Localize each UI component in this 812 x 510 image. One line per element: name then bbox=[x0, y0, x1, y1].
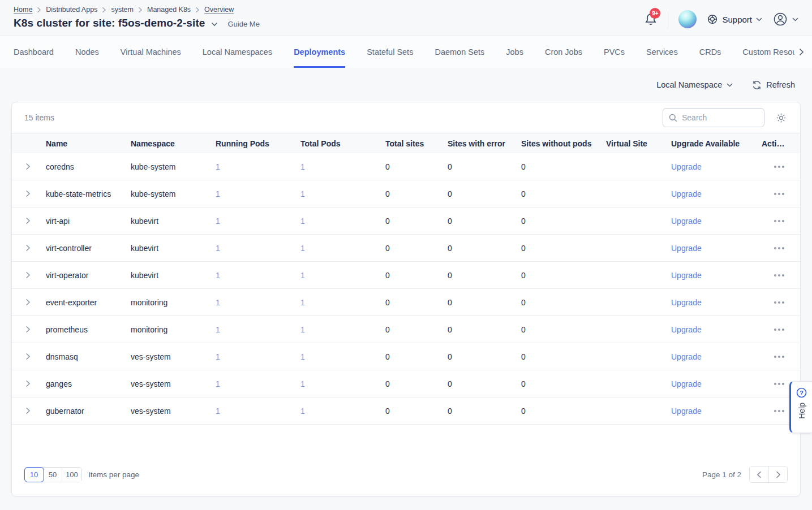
row-actions-button[interactable] bbox=[773, 379, 785, 388]
upgrade-link[interactable]: Upgrade bbox=[671, 379, 702, 388]
question-circle-icon: ? bbox=[796, 387, 807, 398]
tab-daemon-sets[interactable]: Daemon Sets bbox=[435, 36, 484, 68]
row-expander-button[interactable] bbox=[23, 161, 33, 172]
breadcrumb-item[interactable]: Managed K8s bbox=[147, 6, 191, 14]
row-expander-button[interactable] bbox=[23, 215, 33, 227]
account-menu-button[interactable] bbox=[772, 11, 798, 27]
total-pods-link[interactable]: 1 bbox=[300, 379, 305, 388]
guide-me-link[interactable]: Guide Me bbox=[228, 20, 260, 28]
upgrade-link[interactable]: Upgrade bbox=[671, 352, 702, 361]
tab-deployments[interactable]: Deployments bbox=[294, 36, 345, 68]
breadcrumb-item[interactable]: Distributed Apps bbox=[46, 6, 97, 14]
breadcrumb-item[interactable]: system bbox=[111, 6, 134, 14]
support-menu-button[interactable]: Support bbox=[707, 14, 762, 25]
namespace-dropdown[interactable]: Local Namespace bbox=[656, 80, 733, 89]
row-expander-button[interactable] bbox=[23, 188, 33, 200]
next-page-button[interactable] bbox=[768, 466, 787, 482]
upgrade-link[interactable]: Upgrade bbox=[671, 325, 702, 334]
upgrade-link[interactable]: Upgrade bbox=[671, 162, 702, 171]
running-pods-link[interactable]: 1 bbox=[216, 189, 220, 198]
breadcrumb-item[interactable]: Overview bbox=[204, 6, 234, 14]
cell-sites-without-pods: 0 bbox=[521, 162, 606, 171]
running-pods-link[interactable]: 1 bbox=[216, 325, 220, 334]
upgrade-link[interactable]: Upgrade bbox=[671, 189, 702, 198]
tab-crds[interactable]: CRDs bbox=[699, 36, 721, 68]
breadcrumb-item[interactable]: Home bbox=[14, 6, 32, 14]
row-actions-button[interactable] bbox=[773, 407, 785, 416]
total-pods-link[interactable]: 1 bbox=[300, 162, 305, 171]
total-pods-link[interactable]: 1 bbox=[300, 325, 305, 334]
row-actions-button[interactable] bbox=[773, 271, 785, 280]
row-actions-button[interactable] bbox=[773, 162, 785, 171]
table-settings-button[interactable] bbox=[775, 111, 788, 124]
cell-name: ganges bbox=[46, 379, 131, 388]
upgrade-link[interactable]: Upgrade bbox=[671, 217, 702, 226]
row-expander-button[interactable] bbox=[23, 242, 33, 254]
tab-services[interactable]: Services bbox=[646, 36, 678, 68]
page-size-50-button[interactable]: 50 bbox=[44, 468, 62, 482]
row-expander-button[interactable] bbox=[23, 405, 33, 417]
cell-sites-without-pods: 0 bbox=[521, 244, 606, 253]
tab-custom-resources[interactable]: Custom Resources bbox=[742, 36, 794, 68]
running-pods-link[interactable]: 1 bbox=[216, 379, 220, 388]
column-header: Total sites bbox=[385, 139, 448, 148]
total-pods-link[interactable]: 1 bbox=[300, 407, 305, 416]
page-size-10-button[interactable]: 10 bbox=[25, 468, 44, 482]
items-count: 15 items bbox=[24, 113, 663, 122]
row-expander-button[interactable] bbox=[23, 269, 33, 281]
total-pods-link[interactable]: 1 bbox=[300, 298, 305, 307]
header-divider bbox=[668, 11, 668, 28]
title-chevron-down-icon[interactable] bbox=[211, 22, 218, 27]
row-actions-button[interactable] bbox=[773, 352, 785, 361]
row-actions-button[interactable] bbox=[773, 217, 785, 226]
running-pods-link[interactable]: 1 bbox=[216, 271, 220, 280]
page-nav-group bbox=[749, 466, 788, 483]
row-expander-button[interactable] bbox=[23, 378, 33, 390]
cell-namespace: kubevirt bbox=[131, 244, 216, 253]
tab-cron-jobs[interactable]: Cron Jobs bbox=[545, 36, 582, 68]
row-actions-button[interactable] bbox=[773, 244, 785, 253]
upgrade-link[interactable]: Upgrade bbox=[671, 271, 702, 280]
total-pods-link[interactable]: 1 bbox=[300, 189, 305, 198]
product-logo[interactable] bbox=[678, 10, 697, 28]
running-pods-link[interactable]: 1 bbox=[216, 162, 220, 171]
prev-page-button[interactable] bbox=[750, 466, 768, 482]
running-pods-link[interactable]: 1 bbox=[216, 244, 220, 253]
row-expander-button[interactable] bbox=[23, 351, 33, 362]
tab-jobs[interactable]: Jobs bbox=[506, 36, 523, 68]
cell-sites-with-error: 0 bbox=[448, 189, 521, 198]
help-widget-button[interactable]: ? Help bbox=[789, 381, 812, 433]
tab-virtual-machines[interactable]: Virtual Machines bbox=[121, 36, 181, 68]
upgrade-link[interactable]: Upgrade bbox=[671, 298, 702, 307]
refresh-button[interactable]: Refresh bbox=[752, 80, 795, 90]
running-pods-link[interactable]: 1 bbox=[216, 352, 220, 361]
chevron-down-icon bbox=[756, 18, 762, 21]
tab-stateful-sets[interactable]: Stateful Sets bbox=[367, 36, 413, 68]
notifications-button[interactable]: 9+ bbox=[644, 12, 658, 27]
running-pods-link[interactable]: 1 bbox=[216, 407, 220, 416]
cell-total-sites: 0 bbox=[385, 217, 448, 226]
tab-local-namespaces[interactable]: Local Namespaces bbox=[203, 36, 272, 68]
cell-total-sites: 0 bbox=[385, 162, 448, 171]
cell-sites-without-pods: 0 bbox=[521, 298, 606, 307]
running-pods-link[interactable]: 1 bbox=[216, 298, 220, 307]
row-actions-button[interactable] bbox=[773, 298, 785, 307]
column-header: Upgrade Available bbox=[671, 139, 762, 148]
row-actions-button[interactable] bbox=[773, 189, 785, 198]
total-pods-link[interactable]: 1 bbox=[300, 271, 305, 280]
page-size-100-button[interactable]: 100 bbox=[62, 468, 81, 482]
row-expander-button[interactable] bbox=[23, 323, 33, 335]
search-input[interactable] bbox=[682, 113, 758, 122]
tabs-overflow-button[interactable] bbox=[797, 46, 806, 58]
total-pods-link[interactable]: 1 bbox=[300, 217, 305, 226]
tab-pvcs[interactable]: PVCs bbox=[604, 36, 625, 68]
row-actions-button[interactable] bbox=[773, 325, 785, 334]
tab-dashboard[interactable]: Dashboard bbox=[14, 36, 54, 68]
upgrade-link[interactable]: Upgrade bbox=[671, 244, 702, 253]
row-expander-button[interactable] bbox=[23, 296, 33, 308]
running-pods-link[interactable]: 1 bbox=[216, 217, 220, 226]
total-pods-link[interactable]: 1 bbox=[300, 244, 305, 253]
tab-nodes[interactable]: Nodes bbox=[75, 36, 99, 68]
upgrade-link[interactable]: Upgrade bbox=[671, 407, 702, 416]
total-pods-link[interactable]: 1 bbox=[300, 352, 305, 361]
